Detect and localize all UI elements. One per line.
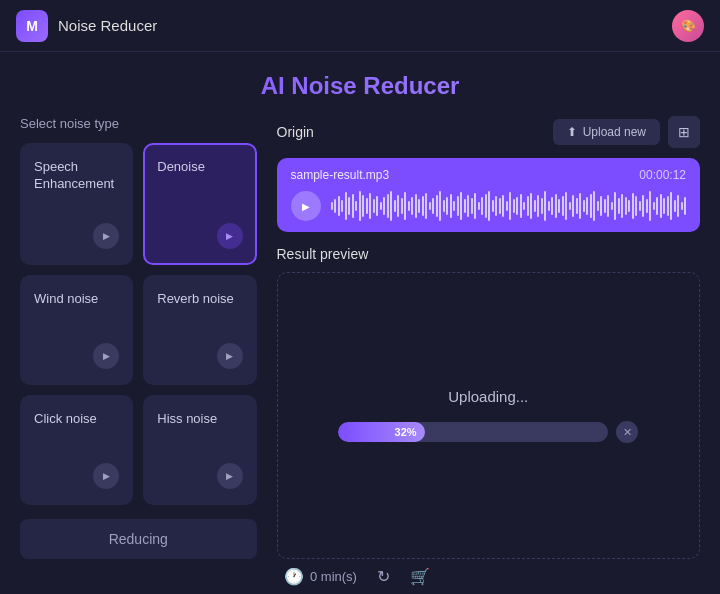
audio-filename: sample-result.mp3 — [291, 168, 390, 182]
noise-label-reverb: Reverb noise — [157, 291, 234, 308]
progress-bar-background: 32% — [338, 422, 608, 442]
page-title: AI Noise Reducer — [0, 52, 720, 116]
noise-label-speech: Speech Enhancement — [34, 159, 119, 193]
copy-button[interactable]: ⊞ — [668, 116, 700, 148]
noise-card-speech[interactable]: Speech Enhancement ▶ — [20, 143, 133, 265]
play-btn-click[interactable]: ▶ — [93, 463, 119, 489]
clock-icon: 🕐 — [284, 567, 304, 586]
noise-label-click: Click noise — [34, 411, 97, 428]
noise-card-reverb[interactable]: Reverb noise ▶ — [143, 275, 256, 385]
audio-player-bottom: ▶ — [291, 190, 687, 222]
origin-header: Origin ⬆ Upload new ⊞ — [277, 116, 701, 148]
reduce-button[interactable]: Reducing — [20, 519, 257, 559]
progress-percent: 32% — [395, 426, 417, 438]
titlebar-left: M Noise Reducer — [16, 10, 157, 42]
avatar[interactable]: 🎨 — [672, 10, 704, 42]
noise-card-wind[interactable]: Wind noise ▶ — [20, 275, 133, 385]
noise-type-label: Select noise type — [20, 116, 257, 131]
upload-new-button[interactable]: ⬆ Upload new — [553, 119, 660, 145]
result-section: Result preview Uploading... 32% ✕ — [277, 246, 701, 559]
play-btn-wind[interactable]: ▶ — [93, 343, 119, 369]
upload-btn-label: Upload new — [583, 125, 646, 139]
noise-grid: Speech Enhancement ▶ Denoise ▶ Wind nois… — [20, 143, 257, 505]
uploading-text: Uploading... — [448, 388, 528, 405]
titlebar: M Noise Reducer 🎨 — [0, 0, 720, 52]
noise-card-hiss[interactable]: Hiss noise ▶ — [143, 395, 256, 505]
noise-label-wind: Wind noise — [34, 291, 98, 308]
copy-icon: ⊞ — [678, 124, 690, 140]
progress-row: 32% ✕ — [338, 421, 638, 443]
audio-play-button[interactable]: ▶ — [291, 191, 321, 221]
refresh-icon[interactable]: ↻ — [377, 567, 390, 586]
noise-card-click[interactable]: Click noise ▶ — [20, 395, 133, 505]
play-btn-hiss[interactable]: ▶ — [217, 463, 243, 489]
app-title: Noise Reducer — [58, 17, 157, 34]
result-preview-box: Uploading... 32% ✕ — [277, 272, 701, 559]
origin-section: Origin ⬆ Upload new ⊞ sample-resu — [277, 116, 701, 232]
progress-bar-fill: 32% — [338, 422, 424, 442]
audio-duration: 00:00:12 — [639, 168, 686, 182]
right-panel: Origin ⬆ Upload new ⊞ sample-resu — [277, 116, 701, 559]
noise-label-denoise: Denoise — [157, 159, 205, 176]
noise-card-denoise[interactable]: Denoise ▶ — [143, 143, 256, 265]
footer-download[interactable]: 🛒 — [410, 567, 430, 586]
audio-player: sample-result.mp3 00:00:12 ▶ — [277, 158, 701, 232]
origin-actions: ⬆ Upload new ⊞ — [553, 116, 700, 148]
noise-label-hiss: Hiss noise — [157, 411, 217, 428]
upload-icon: ⬆ — [567, 125, 577, 139]
play-btn-denoise[interactable]: ▶ — [217, 223, 243, 249]
play-btn-reverb[interactable]: ▶ — [217, 343, 243, 369]
play-btn-speech[interactable]: ▶ — [93, 223, 119, 249]
cart-icon[interactable]: 🛒 — [410, 567, 430, 586]
result-label: Result preview — [277, 246, 701, 262]
progress-cancel-button[interactable]: ✕ — [616, 421, 638, 443]
origin-label: Origin — [277, 124, 314, 140]
footer-row: 🕐 0 min(s) ↻ 🛒 — [0, 559, 720, 594]
left-panel: Select noise type Speech Enhancement ▶ D… — [20, 116, 257, 559]
app-logo: M — [16, 10, 48, 42]
footer-refresh[interactable]: ↻ — [377, 567, 390, 586]
footer-time-label: 0 min(s) — [310, 569, 357, 584]
main-content: AI Noise Reducer Select noise type Speec… — [0, 52, 720, 594]
waveform — [331, 190, 687, 222]
content-area: Select noise type Speech Enhancement ▶ D… — [0, 116, 720, 559]
audio-player-top: sample-result.mp3 00:00:12 — [291, 168, 687, 182]
footer-time: 🕐 0 min(s) — [284, 567, 357, 586]
